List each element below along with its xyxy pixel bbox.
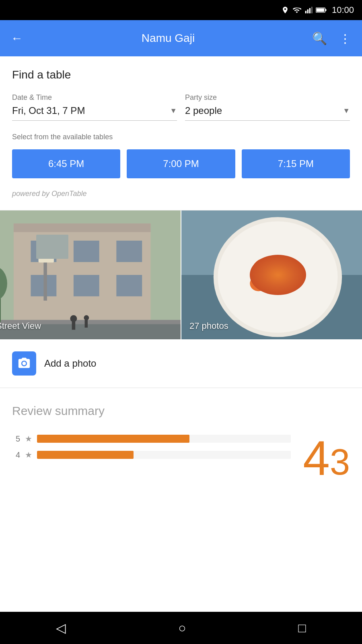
signal-icon (304, 6, 313, 14)
svg-point-39 (269, 266, 274, 271)
svg-rect-9 (14, 223, 151, 232)
svg-point-23 (70, 315, 77, 322)
main-content: Find a table Date & Time Fri, Oct 31, 7 … (0, 56, 362, 198)
bar-5-track (37, 435, 291, 443)
add-photo-row[interactable]: Add a photo (0, 339, 362, 388)
time-slot-715[interactable]: 7:15 PM (242, 149, 350, 178)
camera-icon (12, 351, 36, 376)
svg-point-35 (272, 260, 279, 265)
selectors-row: Date & Time Fri, Oct 31, 7 PM ▼ Party si… (12, 93, 350, 121)
status-icons (281, 6, 327, 14)
nav-back-button[interactable]: ◁ (56, 620, 66, 636)
svg-rect-15 (116, 275, 142, 296)
svg-rect-16 (43, 249, 47, 301)
street-view-image (0, 211, 181, 339)
date-time-value: Fri, Oct 31, 7 PM (12, 105, 85, 116)
party-size-dropdown[interactable]: 2 people ▼ (185, 105, 350, 121)
battery-icon (316, 6, 327, 14)
status-bar: 10:00 (0, 0, 362, 20)
time-slots-row: 6:45 PM 7:00 PM 7:15 PM (12, 149, 350, 178)
search-button[interactable]: 🔍 (311, 31, 328, 45)
bar-4-track (37, 451, 291, 459)
svg-point-31 (252, 258, 282, 283)
camera-svg (17, 357, 31, 370)
svg-point-33 (250, 276, 267, 291)
bar-row-5: 5 ★ (12, 434, 291, 444)
svg-point-25 (84, 315, 89, 320)
svg-point-34 (281, 259, 300, 274)
back-button[interactable]: ← (8, 31, 26, 45)
svg-rect-26 (85, 320, 88, 328)
bar-4-fill (37, 451, 134, 459)
svg-rect-17 (39, 249, 54, 255)
rating-whole: 4 (303, 434, 330, 482)
street-view-label: Street View (0, 321, 41, 331)
review-summary-heading: Review summary (12, 404, 350, 418)
svg-rect-18 (39, 256, 54, 262)
nav-home-button[interactable]: ○ (178, 621, 186, 636)
svg-rect-8 (14, 223, 151, 322)
svg-rect-0 (305, 11, 306, 14)
date-time-dropdown[interactable]: Fri, Oct 31, 7 PM ▼ (12, 105, 177, 121)
rating-overview: 5 ★ 4 ★ 4 3 (12, 434, 350, 482)
date-time-group: Date & Time Fri, Oct 31, 7 PM ▼ (12, 93, 177, 121)
bar-4-label: 4 (12, 450, 20, 460)
street-scene-svg (0, 211, 181, 339)
svg-rect-11 (74, 241, 99, 262)
rating-decimal: 3 (330, 442, 350, 482)
svg-point-30 (218, 221, 337, 333)
svg-rect-1 (307, 9, 309, 13)
bar-5-star-icon: ★ (25, 434, 32, 444)
nav-recent-button[interactable]: □ (298, 621, 306, 636)
svg-point-36 (290, 270, 296, 275)
food-scene-svg (181, 211, 362, 339)
location-icon (281, 6, 289, 14)
svg-rect-14 (74, 275, 99, 296)
food-image (181, 211, 362, 339)
party-size-group: Party size 2 people ▼ (185, 93, 350, 121)
party-size-label: Party size (185, 93, 350, 102)
find-table-heading: Find a table (12, 68, 350, 81)
svg-point-41 (267, 277, 271, 281)
photos-row: Street View (0, 211, 362, 339)
svg-rect-3 (311, 7, 313, 14)
add-photo-label: Add a photo (44, 358, 96, 369)
page-title: Namu Gaji (34, 32, 302, 45)
date-time-arrow-icon: ▼ (170, 107, 177, 115)
svg-rect-6 (316, 8, 324, 12)
svg-rect-2 (309, 8, 311, 13)
svg-point-40 (278, 275, 282, 279)
available-tables-label: Select from the available tables (12, 133, 350, 141)
status-time: 10:00 (332, 5, 354, 15)
review-section: Review summary 5 ★ 4 ★ 4 3 (0, 388, 362, 482)
date-time-label: Date & Time (12, 93, 177, 102)
svg-point-37 (260, 270, 265, 275)
big-rating-display: 4 3 (303, 434, 350, 482)
wifi-icon (292, 6, 301, 14)
svg-point-38 (284, 283, 289, 288)
powered-by-label: powered by OpenTable (12, 190, 350, 198)
bar-5-label: 5 (12, 434, 20, 444)
time-slot-645[interactable]: 6:45 PM (12, 149, 120, 178)
svg-rect-5 (325, 9, 326, 11)
more-menu-button[interactable]: ⋮ (336, 31, 354, 45)
svg-rect-12 (116, 241, 142, 262)
bar-5-fill (37, 435, 189, 443)
app-bar: ← Namu Gaji 🔍 ⋮ (0, 20, 362, 56)
bars-column: 5 ★ 4 ★ (12, 434, 291, 466)
party-size-arrow-icon: ▼ (343, 107, 350, 115)
food-photos-tile[interactable]: 27 photos (181, 211, 362, 339)
svg-rect-24 (72, 321, 76, 330)
time-slot-700[interactable]: 7:00 PM (127, 149, 235, 178)
bar-4-star-icon: ★ (25, 450, 32, 460)
street-view-tile[interactable]: Street View (0, 211, 181, 339)
bar-row-4: 4 ★ (12, 450, 291, 460)
navigation-bar: ◁ ○ □ (0, 612, 362, 644)
photos-count-label: 27 photos (189, 321, 228, 331)
party-size-value: 2 people (185, 105, 222, 116)
svg-point-32 (272, 268, 297, 290)
